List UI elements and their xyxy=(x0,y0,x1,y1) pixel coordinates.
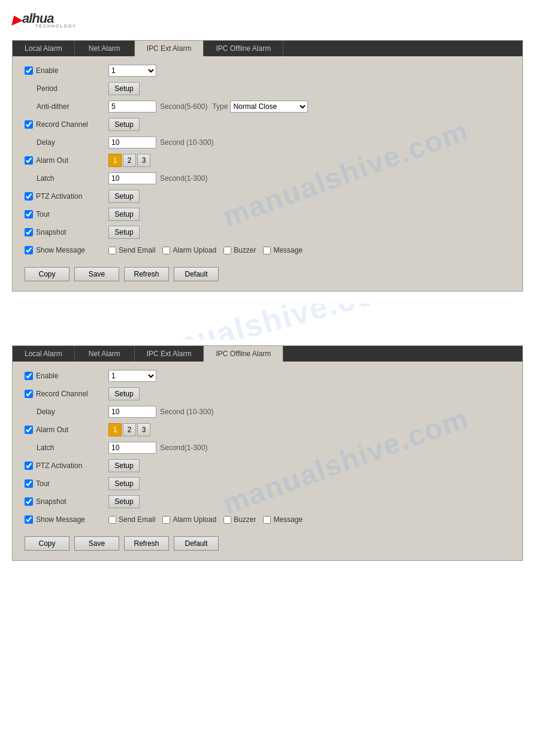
refresh-btn-panel2[interactable]: Refresh xyxy=(124,536,169,551)
default-btn-panel1[interactable]: Default xyxy=(174,267,219,281)
period-setup-btn[interactable]: Setup xyxy=(108,82,140,95)
delay-input[interactable] xyxy=(108,136,156,148)
latch-row-p2: Latch Second(1-300) xyxy=(25,441,510,455)
ptz-activation-setup-btn[interactable]: Setup xyxy=(108,190,140,203)
snapshot-label[interactable]: Snapshot xyxy=(25,228,108,236)
panel-ipc-offline-alarm: Local Alarm Net Alarm IPC Ext Alarm IPC … xyxy=(12,345,523,561)
snapshot-row-p2: Snapshot Setup xyxy=(25,494,510,509)
tab2-ipc-ext-alarm[interactable]: IPC Ext Alarm xyxy=(135,346,204,362)
show-message-checkbox[interactable] xyxy=(25,246,33,254)
record-channel-label[interactable]: Record Channel xyxy=(25,120,108,129)
snapshot-checkbox[interactable] xyxy=(25,228,33,236)
tab-net-alarm[interactable]: Net Alarm xyxy=(75,41,135,56)
alarm-out-checkbox[interactable] xyxy=(25,156,33,165)
copy-btn-panel1[interactable]: Copy xyxy=(25,267,69,281)
alarm-out-label-p2[interactable]: Alarm Out xyxy=(25,426,108,434)
latch-input-p2[interactable] xyxy=(108,442,156,454)
record-channel-setup-btn-p2[interactable]: Setup xyxy=(108,387,140,400)
tab-ipc-offline-alarm[interactable]: IPC Offline Alarm xyxy=(204,41,283,56)
antidither-label: Anti-dither xyxy=(25,102,108,111)
show-message-row-p2: Show Message Send Email Alarm Upload Buz… xyxy=(25,512,510,527)
antidither-input[interactable] xyxy=(108,101,156,113)
snapshot-checkbox-p2[interactable] xyxy=(25,497,33,506)
enable-row: Enable 1 2 3 4 xyxy=(25,63,510,78)
alarm-out-label[interactable]: Alarm Out xyxy=(25,156,108,165)
tab2-local-alarm[interactable]: Local Alarm xyxy=(13,346,75,362)
latch-label: Latch xyxy=(25,174,108,183)
ptz-activation-label-p2[interactable]: PTZ Activation xyxy=(25,462,108,470)
bottom-buttons-panel2: Copy Save Refresh Default xyxy=(25,533,510,551)
alarm-out-btn-2[interactable]: 2 xyxy=(123,154,136,167)
message-checkbox-p2[interactable] xyxy=(263,516,271,524)
enable-select-p2[interactable]: 1 2 xyxy=(108,370,156,382)
buzzer-checkbox-p2[interactable] xyxy=(223,516,231,524)
send-email-item[interactable]: Send Email xyxy=(108,246,155,254)
delay-input-p2[interactable] xyxy=(108,406,156,418)
delay-hint: Second (10-300) xyxy=(160,138,213,147)
alarm-out-checkbox-p2[interactable] xyxy=(25,426,33,434)
send-email-item-p2[interactable]: Send Email xyxy=(108,515,155,524)
show-message-checkbox-p2[interactable] xyxy=(25,515,33,524)
record-channel-label-p2[interactable]: Record Channel xyxy=(25,390,108,398)
tour-label-p2[interactable]: Tour xyxy=(25,479,108,488)
tour-checkbox-p2[interactable] xyxy=(25,479,33,488)
latch-input[interactable] xyxy=(108,172,156,184)
buzzer-item-p2[interactable]: Buzzer xyxy=(223,515,256,524)
alarm-out-btn-1-p2[interactable]: 1 xyxy=(108,423,122,436)
enable-select[interactable]: 1 2 3 4 xyxy=(108,65,156,77)
alarm-upload-item[interactable]: Alarm Upload xyxy=(162,246,216,254)
tab-local-alarm[interactable]: Local Alarm xyxy=(13,41,75,56)
ptz-activation-checkbox-p2[interactable] xyxy=(25,462,33,470)
enable-checkbox[interactable] xyxy=(25,66,33,75)
record-channel-checkbox[interactable] xyxy=(25,120,33,129)
ptz-activation-checkbox[interactable] xyxy=(25,192,33,201)
ptz-activation-label[interactable]: PTZ Activation xyxy=(25,192,108,201)
alarm-out-btn-3[interactable]: 3 xyxy=(137,154,150,167)
enable-label-p2[interactable]: Enable xyxy=(25,372,108,380)
send-email-checkbox-p2[interactable] xyxy=(108,516,116,524)
logo-sub: TECHNOLOGY xyxy=(35,24,77,28)
message-checkbox[interactable] xyxy=(263,247,271,254)
record-channel-setup-btn[interactable]: Setup xyxy=(108,118,140,131)
ptz-activation-setup-btn-p2[interactable]: Setup xyxy=(108,459,140,472)
save-btn-panel1[interactable]: Save xyxy=(74,267,119,281)
record-channel-checkbox-p2[interactable] xyxy=(25,390,33,398)
message-item-p2[interactable]: Message xyxy=(263,515,303,524)
type-select[interactable]: Normal Close Normal Open xyxy=(230,101,308,113)
alarm-out-buttons: 1 2 3 xyxy=(108,154,150,167)
default-btn-panel2[interactable]: Default xyxy=(174,536,219,551)
tour-setup-btn-p2[interactable]: Setup xyxy=(108,477,140,490)
snapshot-label-p2[interactable]: Snapshot xyxy=(25,497,108,506)
buzzer-item[interactable]: Buzzer xyxy=(223,246,256,254)
alarm-out-btn-2-p2[interactable]: 2 xyxy=(123,423,136,436)
message-item[interactable]: Message xyxy=(263,246,303,254)
tour-label[interactable]: Tour xyxy=(25,210,108,218)
refresh-btn-panel1[interactable]: Refresh xyxy=(124,267,169,281)
alarm-upload-item-p2[interactable]: Alarm Upload xyxy=(162,515,216,524)
tour-row-p2: Tour Setup xyxy=(25,476,510,491)
latch-hint-p2: Second(1-300) xyxy=(160,444,207,452)
tab-ipc-ext-alarm[interactable]: IPC Ext Alarm xyxy=(135,41,204,56)
buzzer-checkbox[interactable] xyxy=(223,247,231,254)
snapshot-setup-btn-p2[interactable]: Setup xyxy=(108,495,140,508)
show-message-label[interactable]: Show Message xyxy=(25,246,108,254)
latch-hint: Second(1-300) xyxy=(160,174,207,183)
send-email-checkbox[interactable] xyxy=(108,247,116,254)
alarm-upload-checkbox[interactable] xyxy=(162,247,170,254)
tab2-net-alarm[interactable]: Net Alarm xyxy=(75,346,135,362)
copy-btn-panel2[interactable]: Copy xyxy=(25,536,69,551)
alarm-out-btn-3-p2[interactable]: 3 xyxy=(137,423,150,436)
snapshot-setup-btn[interactable]: Setup xyxy=(108,226,140,239)
delay-row: Delay Second (10-300) xyxy=(25,135,510,150)
alarm-out-row: Alarm Out 1 2 3 xyxy=(25,153,510,168)
tour-checkbox[interactable] xyxy=(25,210,33,218)
tour-setup-btn[interactable]: Setup xyxy=(108,208,140,221)
panel-ipc-ext-alarm: Local Alarm Net Alarm IPC Ext Alarm IPC … xyxy=(12,40,523,292)
save-btn-panel2[interactable]: Save xyxy=(74,536,119,551)
tab2-ipc-offline-alarm[interactable]: IPC Offline Alarm xyxy=(204,346,283,362)
alarm-upload-checkbox-p2[interactable] xyxy=(162,516,170,524)
show-message-label-p2[interactable]: Show Message xyxy=(25,515,108,524)
enable-label[interactable]: Enable xyxy=(25,66,108,75)
alarm-out-btn-1[interactable]: 1 xyxy=(108,154,122,167)
enable-checkbox-p2[interactable] xyxy=(25,372,33,380)
